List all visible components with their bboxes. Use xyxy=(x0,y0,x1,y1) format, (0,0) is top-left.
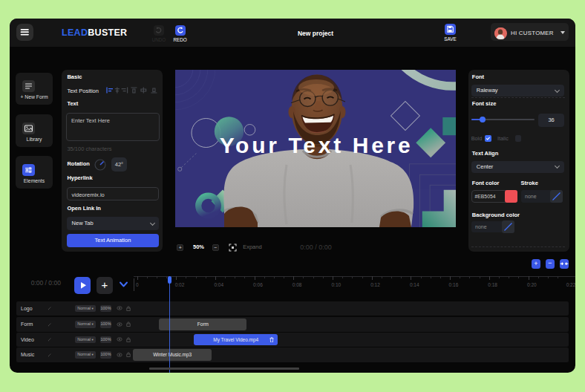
svg-text:Your Text Here: Your Text Here xyxy=(219,132,413,157)
